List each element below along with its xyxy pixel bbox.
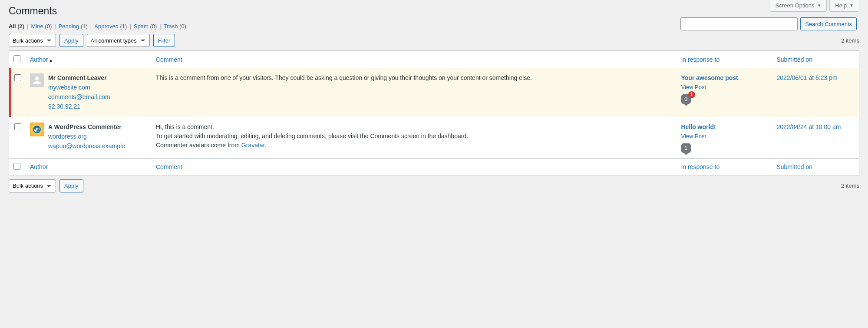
filter-spam[interactable]: Spam (0) <box>134 23 157 30</box>
bulk-actions-select-bottom[interactable]: Bulk actions <box>9 179 56 192</box>
search-comments-button[interactable]: Search Comments <box>800 17 857 30</box>
author-info: A WordPress Commenterwordpress.orgwapuu@… <box>48 123 125 151</box>
comment-text: This is a comment from one of your visit… <box>152 68 677 117</box>
column-comment-bottom: Comment <box>152 158 677 176</box>
comment-count-bubble[interactable]: 01 <box>681 94 691 104</box>
help-tab[interactable]: Help ▼ <box>829 0 859 12</box>
filter-pending[interactable]: Pending (1) <box>59 23 88 30</box>
avatar <box>30 123 44 136</box>
column-date[interactable]: Submitted on <box>772 51 859 68</box>
comment-text: Hi, this is a comment.To get started wit… <box>152 117 677 159</box>
screen-options-label: Screen Options <box>776 2 815 9</box>
screen-options-tab[interactable]: Screen Options ▼ <box>770 0 827 12</box>
column-author[interactable]: Author▲ <box>26 51 152 68</box>
view-post-link[interactable]: View Post <box>681 83 768 92</box>
author-email[interactable]: wapuu@wordpress.example <box>48 142 125 149</box>
author-name: Mr Comment Leaver <box>48 74 107 81</box>
author-name: A WordPress Commenter <box>48 123 122 130</box>
search-input[interactable] <box>680 17 798 30</box>
apply-bulk-button[interactable]: Apply <box>59 34 83 47</box>
author-email[interactable]: comments@email.com <box>48 93 110 100</box>
apply-bulk-button-bottom[interactable]: Apply <box>59 179 83 192</box>
author-url[interactable]: wordpress.org <box>48 133 87 140</box>
filter-trash[interactable]: Trash (0) <box>164 23 186 30</box>
response-post-link[interactable]: Hello world! <box>681 123 716 130</box>
filter-mine[interactable]: Mine (0) <box>31 23 52 30</box>
chevron-down-icon: ▼ <box>817 3 821 8</box>
column-author-bottom[interactable]: Author <box>26 158 152 176</box>
row-checkbox[interactable] <box>14 123 21 130</box>
comment-types-select[interactable]: All comment types <box>87 34 150 47</box>
chevron-down-icon: ▼ <box>849 3 854 8</box>
filter-all[interactable]: All (2) <box>9 23 24 30</box>
column-date-bottom[interactable]: Submitted on <box>772 158 859 176</box>
author-info: Mr Comment Leavermywebsite.comcomments@e… <box>48 73 110 112</box>
items-count-bottom: 2 items <box>841 182 859 189</box>
view-post-link[interactable]: View Post <box>681 132 768 141</box>
comments-table: Author▲ Comment In response to Submitted… <box>9 50 859 176</box>
table-row: Mr Comment Leavermywebsite.comcomments@e… <box>9 68 859 117</box>
select-all-checkbox[interactable] <box>13 55 20 62</box>
submitted-date[interactable]: 2022/06/01 at 6:23 pm <box>777 74 838 81</box>
filter-button[interactable]: Filter <box>153 34 175 47</box>
items-count: 2 items <box>841 37 859 44</box>
submitted-date[interactable]: 2022/04/24 at 10:00 am <box>777 123 841 130</box>
author-url[interactable]: mywebsite.com <box>48 84 90 91</box>
row-checkbox[interactable] <box>14 74 21 81</box>
avatar <box>30 73 44 87</box>
column-response-bottom[interactable]: In response to <box>677 158 772 176</box>
page-title: Comments <box>9 5 859 17</box>
filter-approved[interactable]: Approved (1) <box>94 23 127 30</box>
select-all-checkbox-bottom[interactable] <box>13 163 20 170</box>
bulk-actions-select[interactable]: Bulk actions <box>9 34 56 47</box>
comment-count-bubble[interactable]: 1 <box>681 143 691 153</box>
response-post-link[interactable]: Your awesome post <box>681 74 738 81</box>
author-ip[interactable]: 92.30.92.21 <box>48 103 80 110</box>
sort-asc-icon: ▲ <box>49 58 53 63</box>
column-comment: Comment <box>152 51 677 68</box>
help-label: Help <box>835 2 847 9</box>
column-response[interactable]: In response to <box>677 51 772 68</box>
table-row: A WordPress Commenterwordpress.orgwapuu@… <box>9 117 859 159</box>
pending-count-badge: 1 <box>688 91 695 98</box>
